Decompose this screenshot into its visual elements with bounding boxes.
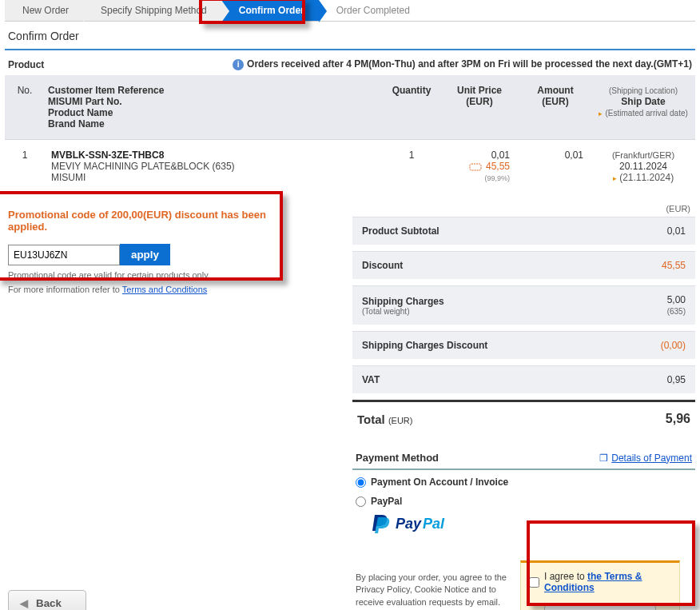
- svg-text:Pal: Pal: [423, 516, 445, 532]
- grand-total-row: Total (EUR) 5,96: [352, 400, 695, 436]
- payment-option-label: Payment On Account / Invoice: [371, 476, 508, 488]
- back-button-label: Back: [36, 597, 62, 609]
- payment-radio-paypal[interactable]: [356, 496, 366, 507]
- place-order-button[interactable]: Place Order▶: [544, 604, 656, 610]
- subtotal-row: Product Subtotal 0,01: [352, 217, 695, 245]
- info-icon: i: [233, 59, 244, 70]
- hdr-ship-date: (Shipping Location) Ship Date ▸ (Estimat…: [591, 75, 695, 139]
- agree-checkbox[interactable]: [529, 577, 539, 588]
- step-label: Specify Shipping Method: [101, 5, 207, 16]
- currency-label: (EUR): [352, 204, 695, 217]
- stepper-nav: New Order Specify Shipping Method Confir…: [5, 0, 695, 22]
- row-no: 1: [5, 150, 45, 183]
- promo-terms-link[interactable]: Terms and Conditions: [122, 285, 207, 294]
- payment-radio-invoice[interactable]: [356, 477, 366, 488]
- step-label: New Order: [22, 5, 69, 16]
- discount-row: Discount 45,55: [352, 251, 695, 279]
- payment-option-paypal[interactable]: PayPal: [352, 489, 695, 508]
- hdr-amount: Amount (EUR): [519, 75, 591, 139]
- new-window-icon: ❐: [599, 453, 608, 464]
- apply-button[interactable]: apply: [120, 244, 170, 265]
- hdr-unit-price: Unit Price (EUR): [439, 75, 519, 139]
- promo-applied-message: Promotional code of 200,00(EUR) discount…: [5, 204, 288, 244]
- step-new-order[interactable]: New Order: [5, 0, 83, 21]
- step-confirm-order[interactable]: Confirm Order: [221, 0, 319, 21]
- product-section-label: Product: [8, 59, 44, 70]
- product-table-header: No. Customer Item Reference MISUMI Part …: [5, 75, 695, 140]
- row-amount: 0,01: [519, 150, 591, 183]
- payment-option-invoice[interactable]: Payment On Account / Invoice: [352, 470, 695, 489]
- payment-method-header: Payment Method ❐Details of Payment: [352, 444, 695, 470]
- hdr-desc: Customer Item Reference MISUMI Part No. …: [45, 75, 384, 139]
- payment-option-label: PayPal: [371, 496, 402, 507]
- step-label: Order Completed: [336, 5, 410, 16]
- coupon-icon: [469, 162, 483, 172]
- row-ship: (Frankfurt/GER) 20.11.2024 ▸ (21.11.2024…: [591, 150, 695, 183]
- hdr-qty: Quantity: [392, 85, 432, 96]
- step-label: Confirm Order: [239, 5, 304, 16]
- vat-row: VAT 0,95: [352, 365, 695, 393]
- shipping-discount-row: Shipping Charges Discount (0,00): [352, 331, 695, 359]
- agree-text: I agree to the Terms & Conditions: [544, 571, 671, 593]
- agree-box: I agree to the Terms & Conditions Place …: [520, 560, 680, 610]
- page-title: Confirm Order: [5, 22, 695, 50]
- promo-note-link-row: For more information refer to Terms and …: [5, 280, 288, 294]
- paypal-logo: Pay Pal: [352, 508, 695, 536]
- promo-code-input[interactable]: [8, 245, 120, 265]
- back-button[interactable]: ◀ Back: [8, 590, 86, 610]
- promo-note: Promotional code are valid for certain p…: [5, 265, 288, 280]
- product-table-row: 1 MVBLK-SSN-3ZE-THBC8 MEVIY MACHINING PL…: [5, 140, 695, 189]
- place-order-note: By placing your order, you agree to the …: [352, 560, 512, 608]
- svg-text:Pay: Pay: [396, 516, 422, 532]
- step-order-completed: Order Completed: [319, 0, 424, 21]
- chevron-left-icon: ◀: [20, 597, 28, 609]
- row-qty: 1: [384, 150, 439, 183]
- processing-notice: iOrders received after 4 PM(Mon-Thu) and…: [233, 58, 692, 70]
- step-shipping-method[interactable]: Specify Shipping Method: [83, 0, 221, 21]
- row-desc: MVBLK-SSN-3ZE-THBC8 MEVIY MACHINING PLAT…: [45, 150, 384, 183]
- hdr-no: No.: [18, 85, 33, 96]
- shipping-row: Shipping Charges(Total weight) 5,00(635): [352, 285, 695, 325]
- svg-rect-0: [470, 164, 481, 170]
- row-unit-price: 0,01 45,55 (99,9%): [439, 150, 519, 183]
- details-of-payment-link[interactable]: Details of Payment: [611, 453, 692, 464]
